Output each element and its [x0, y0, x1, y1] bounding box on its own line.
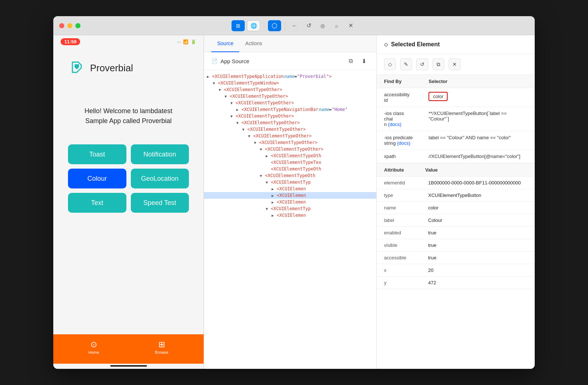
find-row-xpath[interactable]: xpath //XCUIElementTypeButton[@name="col… [377, 150, 535, 163]
tree-node-other-8[interactable]: ▼ <XCUIElementTypeOther> [204, 139, 376, 146]
attr-x: x 20 [377, 264, 535, 277]
maximize-button[interactable] [75, 23, 80, 28]
find-row-ios-predicate[interactable]: -ios predicatestring (docs) label == "Co… [377, 131, 535, 150]
ios-predicate-docs-link[interactable]: (docs) [397, 140, 410, 146]
geolocation-button[interactable]: GeoLocation [131, 169, 189, 188]
nav-browse[interactable]: ⊞ Browse [155, 340, 169, 355]
tree-node-other-6[interactable]: ▼ <XCUIElementTypeOther> [204, 126, 376, 133]
nav-home[interactable]: ⊙ Home [89, 340, 99, 355]
tree-node-elem-3[interactable]: ▶ <XCUIElemen [204, 199, 376, 205]
home-indicator [110, 365, 147, 367]
app-button-grid: Toast Notification Colour GeoLocation Te… [68, 144, 189, 213]
cursor-button[interactable]: ⬡ [268, 20, 281, 31]
attr-type-label: type [377, 189, 421, 202]
copy-source-button[interactable]: ⧉ [345, 56, 356, 66]
refresh-button[interactable]: ↺ [303, 21, 315, 31]
tree-node-other-9[interactable]: ▼ <XCUIElementTypeOther> [204, 146, 376, 152]
source-panel: Source Actions 📄 App Source ⧉ ⬇ ▶ <XCUIE… [204, 35, 377, 369]
status-icons: ··· 📶 🔋 [177, 39, 196, 44]
grid-view-button[interactable]: ⊞ [232, 20, 245, 31]
speed-test-button[interactable]: Speed Test [131, 193, 189, 213]
globe-button[interactable]: 🌐 [247, 20, 260, 31]
attr-name-value: color [421, 202, 535, 214]
status-time: 11:59 [61, 38, 80, 45]
tree-node-other-3[interactable]: ▼ <XCUIElementTypeOther> [204, 100, 376, 106]
selected-element-header: ◇ Selected Element [377, 35, 535, 54]
attr-enabled: enabled true [377, 227, 535, 239]
copy-action-button[interactable]: ⧉ [433, 58, 444, 70]
nav-home-label: Home [89, 350, 99, 355]
source-title: App Source [220, 58, 343, 64]
download-source-button[interactable]: ⬇ [359, 56, 369, 66]
close-button[interactable] [59, 23, 64, 28]
toast-button[interactable]: Toast [68, 144, 126, 164]
selector-ios-class-value: **/XCUIElementTypeButton[`label == "Colo… [421, 107, 535, 131]
ios-class-docs-link[interactable]: (docs) [388, 122, 401, 127]
minimize-button[interactable] [67, 23, 72, 28]
selector-ios-predicate-value: label == "Colour" AND name == "color" [421, 131, 535, 150]
close-session-button[interactable]: ✕ [345, 21, 356, 31]
tree-arrow: ▼ [219, 88, 224, 92]
attr-accessible-value: true [421, 252, 535, 264]
tree-node-navbar[interactable]: ▶ <XCUIElementTypeNavigationBar name = "… [204, 106, 376, 113]
find-row-accessibility-id[interactable]: accessibility id color [377, 88, 535, 107]
attr-label-value: Colour [421, 214, 535, 227]
tree-node-other-2[interactable]: ▼ <XCUIElementTypeOther> [204, 93, 376, 100]
tree-node-other-13[interactable]: ▼ <XCUIElementTyp [204, 179, 376, 186]
tree-node-elem-2-highlighted[interactable]: ▶ <XCUIElemen [204, 192, 376, 199]
source-tree[interactable]: ▶ <XCUIElementTypeApplication name = "Pr… [204, 70, 376, 369]
tree-arrow: ▼ [260, 174, 265, 178]
selected-element-panel: ◇ Selected Element ◇ ✎ ↺ ⧉ ✕ Find By Sel… [377, 35, 535, 369]
attr-element-id: elementId 1B000000-0000-0000-BF11-000000… [377, 177, 535, 189]
attr-type: type XCUIElementTypeButton [377, 189, 535, 202]
notification-button[interactable]: Notification [131, 144, 189, 164]
back-button[interactable]: ← [289, 21, 301, 31]
tree-node-elem-1[interactable]: ▶ <XCUIElemen [204, 186, 376, 192]
colour-button[interactable]: Colour [68, 169, 126, 188]
tree-node-elem-4[interactable]: ▶ <XCUIElemen [204, 212, 376, 219]
tree-arrow: ▼ [266, 207, 271, 211]
selector-col-header: Selector [421, 75, 535, 88]
app-logo-icon [68, 59, 86, 77]
attr-elementid-value: 1B000000-0000-0000-BF11-000000000000 [421, 177, 535, 189]
tree-node-other-7[interactable]: ▼ <XCUIElementTypeOther> [204, 133, 376, 139]
tab-source[interactable]: Source [211, 35, 239, 52]
tree-node-other-1[interactable]: ▼ <XCUIElementTypeOther> [204, 86, 376, 93]
tree-node-window[interactable]: ▼ <XCUIElementTypeWindow> [204, 80, 376, 86]
titlebar: ⊞ 🌐 ⬡ ← ↺ ◎ ⌕ ✕ [53, 16, 535, 35]
find-by-col-header: Find By [377, 75, 421, 88]
attr-elementid-label: elementId [377, 177, 421, 189]
tap-action-button[interactable]: ◇ [384, 58, 396, 70]
tree-arrow: ▶ [207, 75, 212, 79]
signal-icon: ··· [177, 39, 181, 44]
tree-node-other-12[interactable]: ▼ <XCUIElementTypeOth [204, 172, 376, 179]
tree-node-text[interactable]: ▶ <XCUIElementTypeTex [204, 159, 376, 166]
tree-arrow: ▼ [236, 121, 241, 125]
tree-arrow: ▶ [272, 194, 277, 198]
text-button[interactable]: Text [68, 193, 126, 213]
loop-action-button[interactable]: ↺ [416, 58, 428, 70]
tree-node-other-11[interactable]: ▶ <XCUIElementTypeOth [204, 166, 376, 172]
tree-node-application[interactable]: ▶ <XCUIElementTypeApplication name = "Pr… [204, 73, 376, 80]
tree-node-other-10[interactable]: ▶ <XCUIElementTypeOth [204, 152, 376, 159]
find-row-ios-class-chain[interactable]: -ios class chain (docs) **/XCUIElementTy… [377, 107, 535, 131]
edit-action-button[interactable]: ✎ [400, 58, 412, 70]
tree-arrow: ▼ [213, 81, 218, 85]
tab-actions[interactable]: Actions [239, 35, 268, 52]
app-name: Proverbial [90, 62, 133, 74]
tree-arrow: ▼ [248, 134, 253, 138]
tree-arrow: ▼ [225, 94, 230, 98]
search-button[interactable]: ⌕ [331, 21, 343, 31]
toolbar-separator-1 [264, 22, 264, 29]
app-logo-area: Proverbial [68, 59, 133, 77]
tree-arrow: ▼ [254, 141, 259, 145]
tree-node-other-14[interactable]: ▼ <XCUIElementTyp [204, 205, 376, 212]
eye-button[interactable]: ◎ [317, 21, 329, 31]
attr-name: name color [377, 202, 535, 214]
attributes-section-header: Attribute Value [377, 163, 535, 177]
delete-action-button[interactable]: ✕ [449, 58, 460, 70]
attr-accessible-label: accessible [377, 252, 421, 264]
tree-node-other-4[interactable]: ▼ <XCUIElementTypeOther> [204, 113, 376, 119]
tree-node-other-5[interactable]: ▼ <XCUIElementTypeOther> [204, 119, 376, 126]
find-by-xpath-label: xpath [377, 150, 421, 163]
